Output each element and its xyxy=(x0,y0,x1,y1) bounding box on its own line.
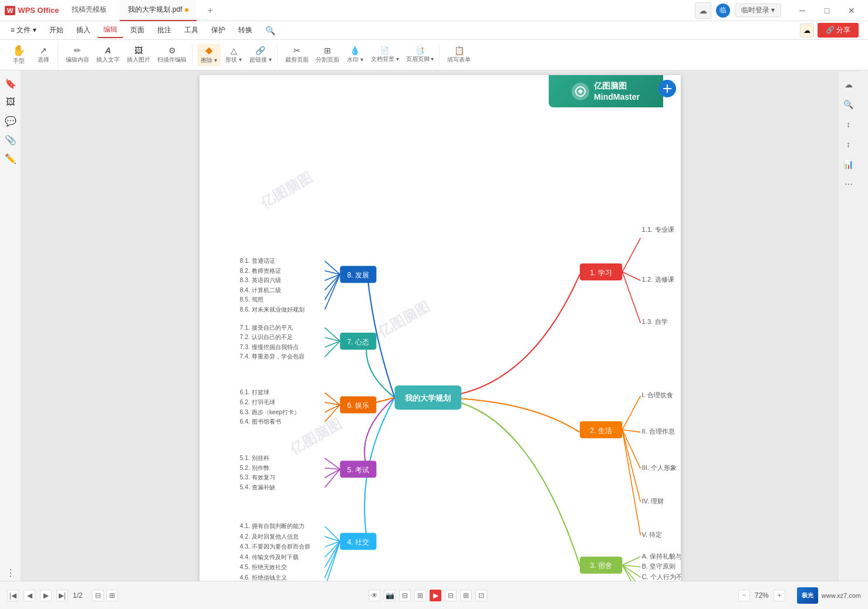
mindmaster-logo: 亿图脑图MindMaster xyxy=(549,75,663,107)
svg-text:I. 合理饮食: I. 合理饮食 xyxy=(641,391,673,398)
menu-file[interactable]: ≡ 文件 ▾ xyxy=(5,23,42,38)
camera-button[interactable]: 📷 xyxy=(384,590,396,601)
menu-comment[interactable]: 批注 xyxy=(151,23,177,38)
svg-text:4.1. 拥有自我判断的能力: 4.1. 拥有自我判断的能力 xyxy=(239,523,304,529)
right-more-icon[interactable]: ⋯ xyxy=(840,176,857,192)
list-view-button[interactable]: ⊞ xyxy=(460,590,472,601)
status-center: 👁 📷 ⊟ ⊞ ▶ ⊟ ⊞ ⊡ xyxy=(369,590,487,601)
fill-form-button[interactable]: 📋 填写表单 xyxy=(444,45,474,66)
erase-button[interactable]: ◆ 擦除 ▾ xyxy=(197,44,221,66)
right-zoom-in-icon[interactable]: ↕ xyxy=(840,116,857,133)
title-bar: W WPS Office 找稿壳模板 我的大学规划.pdf + ☁ 临 临时登录… xyxy=(0,0,868,21)
last-page-button[interactable]: ▶| xyxy=(56,590,68,601)
menu-edit[interactable]: 编辑 xyxy=(97,22,123,38)
sidebar-comment-icon[interactable]: 💬 xyxy=(2,113,19,129)
cloud-sync-icon[interactable]: ☁ xyxy=(800,23,814,38)
edit-icon: ✏ xyxy=(74,46,81,55)
share-button[interactable]: 🔗 分享 xyxy=(818,23,859,38)
svg-text:4. 社交: 4. 社交 xyxy=(347,538,369,546)
crop-page-button[interactable]: ✂ 裁剪页面 xyxy=(282,45,312,66)
right-search-icon[interactable]: 🔍 xyxy=(840,96,857,113)
sidebar-more-icon[interactable]: ⋮ xyxy=(2,564,19,581)
menu-search[interactable]: 🔍 xyxy=(259,23,281,38)
right-chart-icon[interactable]: 📊 xyxy=(840,156,857,172)
menu-start[interactable]: 开始 xyxy=(43,23,69,38)
svg-text:B. 坚守原则: B. 坚守原则 xyxy=(641,563,676,570)
zoom-in-button[interactable]: ＋ xyxy=(774,590,785,601)
maximize-button[interactable]: □ xyxy=(815,2,839,19)
scan-icon: ⚙ xyxy=(168,46,176,55)
sidebar-signature-icon[interactable]: ✏️ xyxy=(2,150,19,167)
svg-text:5.4. 查漏补缺: 5.4. 查漏补缺 xyxy=(239,484,275,490)
tab-add-button[interactable]: + xyxy=(201,5,218,16)
fit-page-button[interactable]: ⊡ xyxy=(475,590,487,601)
right-zoom-out-icon[interactable]: ↕ xyxy=(840,136,857,153)
read-mode-button[interactable]: ⊟ xyxy=(399,590,411,601)
svg-text:8.4. 计算机二级: 8.4. 计算机二级 xyxy=(239,287,281,293)
hand-icon: ✋ xyxy=(12,45,25,56)
play-button[interactable]: ▶ xyxy=(430,590,441,601)
svg-text:5. 考试: 5. 考试 xyxy=(347,466,369,474)
split-page-button[interactable]: ⊞ 分割页面 xyxy=(313,45,342,66)
menu-protect[interactable]: 保护 xyxy=(205,23,231,38)
svg-line-37 xyxy=(622,396,640,430)
select-tool-button[interactable]: ↗ 选择 xyxy=(32,45,55,66)
sidebar-thumbnail-icon[interactable]: 🖼 xyxy=(2,94,19,110)
menu-page[interactable]: 页面 xyxy=(124,23,150,38)
watermark-icon: 💧 xyxy=(350,46,360,55)
next-page-button[interactable]: ▶ xyxy=(40,590,52,601)
svg-text:8.6. 对未来就业做好规划: 8.6. 对未来就业做好规划 xyxy=(239,306,304,313)
insert-image-button[interactable]: 🖼 插入图片 xyxy=(124,45,153,66)
wps-logo-icon: W xyxy=(5,6,15,15)
user-login-button[interactable]: 临时登录 ▾ xyxy=(735,4,781,17)
sidebar-bookmark-icon[interactable]: 🔖 xyxy=(2,75,19,92)
prev-page-button[interactable]: ◀ xyxy=(23,590,35,601)
shape-button[interactable]: △ 形状 ▾ xyxy=(222,45,245,66)
menu-tools[interactable]: 工具 xyxy=(178,23,204,38)
svg-line-107 xyxy=(325,469,340,478)
view-toggle-button[interactable]: 👁 xyxy=(369,590,380,601)
wps-logo[interactable]: W WPS Office xyxy=(5,6,59,15)
svg-text:我的大学规划: 我的大学规划 xyxy=(404,394,451,402)
hand-tool-button[interactable]: ✋ 手型 xyxy=(7,43,31,67)
header-footer-button[interactable]: 📑 页眉页脚 ▾ xyxy=(403,45,437,65)
menu-convert[interactable]: 转换 xyxy=(232,23,258,38)
first-page-button[interactable]: |◀ xyxy=(7,590,19,601)
scan-edit-button[interactable]: ⚙ 扫描件编辑 xyxy=(154,45,190,66)
svg-text:III. 个人形象: III. 个人形象 xyxy=(641,464,677,471)
svg-text:4.5. 拒绝无效社交: 4.5. 拒绝无效社交 xyxy=(239,564,286,570)
zoom-out-button[interactable]: － xyxy=(738,590,750,601)
tab-current-doc[interactable]: 我的大学规划.pdf xyxy=(120,0,197,21)
sidebar-attachment-icon[interactable]: 📎 xyxy=(2,131,19,148)
insert-text-button[interactable]: A 插入文字 xyxy=(93,45,123,66)
right-cloud-icon[interactable]: ☁ xyxy=(840,76,857,93)
title-bar-left: W WPS Office 找稿壳模板 我的大学规划.pdf + xyxy=(5,0,219,21)
layout-grid-button[interactable]: ⊞ xyxy=(106,590,118,601)
watermark-button[interactable]: 💧 水印 ▾ xyxy=(343,45,367,66)
svg-text:5.3. 有效复习: 5.3. 有效复习 xyxy=(239,474,275,481)
select-icon: ↗ xyxy=(40,46,47,55)
close-button[interactable]: ✕ xyxy=(840,2,863,19)
user-avatar[interactable]: 临 xyxy=(716,4,730,18)
svg-line-117 xyxy=(325,405,340,412)
download-url: www.xz7.com xyxy=(822,592,861,599)
svg-line-45 xyxy=(622,429,640,432)
minimize-button[interactable]: ─ xyxy=(791,2,814,19)
title-bar-right: ☁ 临 临时登录 ▾ ─ □ ✕ xyxy=(695,2,863,19)
tab-templates[interactable]: 找稿壳模板 xyxy=(63,0,115,21)
layout-split-button[interactable]: ⊟ xyxy=(92,590,104,601)
hyperlink-button[interactable]: 🔗 超链接 ▾ xyxy=(246,45,275,66)
svg-text:1.2. 选修课: 1.2. 选修课 xyxy=(641,276,674,283)
menu-bar: ≡ 文件 ▾ 开始 插入 编辑 页面 批注 工具 保护 转换 🔍 ☁ 🔗 分享 xyxy=(0,21,868,40)
svg-text:IV. 理财: IV. 理财 xyxy=(641,498,664,505)
doc-background-button[interactable]: 📄 文档背景 ▾ xyxy=(368,45,402,65)
svg-line-97 xyxy=(325,542,340,578)
page-action-button[interactable] xyxy=(658,80,676,97)
svg-text:4.6. 拒绝借钱主义: 4.6. 拒绝借钱主义 xyxy=(239,574,286,581)
menu-insert[interactable]: 插入 xyxy=(70,23,96,38)
edit-content-button[interactable]: ✏ 编辑内容 xyxy=(63,45,92,66)
full-screen-button[interactable]: ⊞ xyxy=(414,590,426,601)
grid-view-button[interactable]: ⊟ xyxy=(445,590,457,601)
svg-text:5.1. 别挂科: 5.1. 别挂科 xyxy=(239,455,269,461)
cloud-upload-icon[interactable]: ☁ xyxy=(695,2,711,19)
